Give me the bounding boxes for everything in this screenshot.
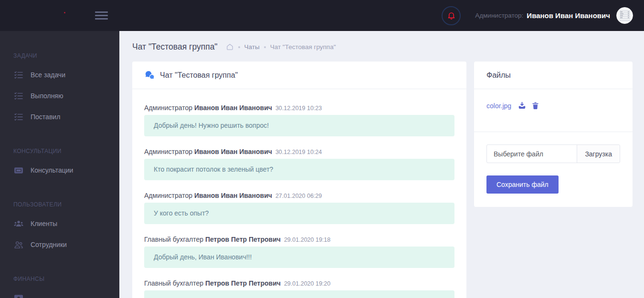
sidebar-item-label: Поставил: [31, 113, 60, 121]
chat-panel-header: Чат "Тестовая группа": [132, 62, 466, 89]
files-panel-header: Файлы: [474, 62, 633, 89]
message-author-name: Петров Петр Петрович: [205, 236, 281, 243]
people-outline-icon: [13, 240, 23, 249]
upload-section: Выберите файл Загрузка Сохранить файл: [474, 132, 633, 207]
chat-message: Главный бухгалтер Петров Петр Петрович29…: [144, 279, 454, 298]
sidebar-section-title: ЗАДАЧИ: [0, 47, 119, 64]
file-row: color.jpg: [486, 102, 620, 110]
message-author-role: Администратор: [144, 192, 194, 199]
page-title: Чат "Тестовая группа": [132, 42, 218, 52]
user-avatar[interactable]: [616, 7, 633, 24]
message-author-role: Главный бухгалтер: [144, 236, 205, 243]
message-author-name: Иванов Иван Иванович: [194, 148, 272, 155]
files-panel: Файлы color.jpg Выберите файл Загрузка С…: [474, 62, 633, 207]
message-author-name: Иванов Иван Иванович: [194, 192, 272, 199]
message-header: Администратор Иванов Иван Иванович30.12.…: [144, 148, 454, 155]
message-bubble: Добрый день! Нужно решить вопрос!: [144, 115, 454, 136]
message-author-name: Иванов Иван Иванович: [194, 104, 272, 112]
sidebar-item-finance[interactable]: [0, 288, 119, 298]
breadcrumb-link-chats[interactable]: Чаты: [244, 43, 260, 51]
sidebar-section: ПОЛЬЗОВАТЕЛИКлиентыСотрудники: [0, 196, 119, 255]
logo-dot: [64, 12, 65, 13]
admin-name: Иванов Иван Иванович: [527, 11, 610, 20]
topbar: Администратор: Иванов Иван Иванович: [0, 0, 644, 31]
message-author-role: Главный бухгалтер: [144, 279, 205, 287]
sidebar-item-label: Сотрудники: [31, 241, 67, 248]
file-link[interactable]: color.jpg: [486, 102, 511, 110]
message-timestamp: 30.12.2019 10:23: [275, 105, 322, 112]
chat-title: Чат "Тестовая группа": [160, 71, 238, 80]
message-author-role: Администратор: [144, 104, 194, 112]
breadcrumb-separator: [238, 46, 240, 48]
message-timestamp: 30.12.2019 10:24: [275, 149, 322, 155]
message-timestamp: 29.01.2020 19:20: [284, 280, 330, 287]
sidebar-toggle-button[interactable]: [95, 10, 108, 21]
breadcrumb-separator: [264, 46, 266, 48]
sidebar-item-label: Выполняю: [31, 92, 63, 100]
file-input[interactable]: Выберите файл Загрузка: [486, 144, 620, 163]
sidebar-section-title: КОНСУЛЬТАЦИИ: [0, 143, 119, 160]
chat-message: Администратор Иванов Иван Иванович30.12.…: [144, 148, 454, 180]
message-author-name: Петров Петр Петрович: [205, 279, 281, 287]
files-list: color.jpg: [474, 89, 633, 132]
message-bubble: Кто покрасит потолок в зеленый цвет?: [144, 159, 454, 180]
money-icon: [13, 293, 23, 298]
task-list-icon: [13, 70, 23, 80]
users-group-icon: [13, 219, 23, 228]
content-area: Чат "Тестовая группа" Чаты Чат "Тестовая…: [119, 31, 644, 298]
chat-bubbles-icon: [145, 71, 155, 80]
breadcrumb-current: Чат "Тестовая группа": [270, 43, 336, 51]
admin-role-label: Администратор:: [475, 12, 523, 19]
message-header: Главный бухгалтер Петров Петр Петрович29…: [144, 236, 454, 243]
files-title: Файлы: [486, 71, 511, 80]
sidebar-item-label: Клиенты: [31, 220, 57, 227]
message-bubble: У кого есть опыт?: [144, 203, 454, 224]
download-file-button[interactable]: [518, 102, 526, 110]
sidebar-section: КОНСУЛЬТАЦИИКонсультации: [0, 143, 119, 181]
browse-button[interactable]: Загрузка: [577, 145, 620, 163]
sidebar-item-label: Все задачи: [31, 71, 65, 79]
chat-message: Администратор Иванов Иван Иванович27.01.…: [144, 192, 454, 224]
bell-icon: [447, 11, 456, 20]
home-icon[interactable]: [226, 43, 234, 51]
message-header: Главный бухгалтер Петров Петр Петрович29…: [144, 279, 454, 287]
topbar-right: Администратор: Иванов Иван Иванович: [442, 6, 644, 25]
message-bubble: [144, 290, 454, 298]
task-list-icon: [13, 112, 23, 122]
sidebar-item-clients[interactable]: Клиенты: [0, 213, 119, 234]
message-timestamp: 29.01.2020 19:18: [284, 236, 330, 243]
sidebar-item-all-tasks[interactable]: Все задачи: [0, 64, 119, 85]
sidebar-item-performing[interactable]: Выполняю: [0, 85, 119, 106]
sidebar-section-title: ФИНАНСЫ: [0, 270, 119, 288]
ticket-icon: [13, 165, 23, 175]
sidebar-item-label: Консультации: [31, 166, 73, 174]
message-bubble: Добрый день, Иван Иванович!!!: [144, 247, 454, 268]
task-list-icon: [13, 91, 23, 101]
message-timestamp: 27.01.2020 06:29: [275, 193, 322, 199]
sidebar-section-title: ПОЛЬЗОВАТЕЛИ: [0, 196, 119, 213]
message-author-role: Администратор: [144, 148, 194, 155]
breadcrumb: Чат "Тестовая группа" Чаты Чат "Тестовая…: [132, 31, 633, 62]
chat-messages: Администратор Иванов Иван Иванович30.12.…: [132, 89, 466, 298]
notifications-button[interactable]: [442, 6, 461, 25]
message-header: Администратор Иванов Иван Иванович30.12.…: [144, 104, 454, 112]
sidebar: ЗАДАЧИВсе задачиВыполняюПоставилКОНСУЛЬТ…: [0, 31, 119, 298]
file-input-placeholder: Выберите файл: [487, 145, 577, 163]
sidebar-item-employees[interactable]: Сотрудники: [0, 234, 119, 255]
delete-file-button[interactable]: [531, 102, 539, 110]
sidebar-nav: ЗАДАЧИВсе задачиВыполняюПоставилКОНСУЛЬТ…: [0, 47, 119, 298]
chat-message: Администратор Иванов Иван Иванович30.12.…: [144, 104, 454, 136]
message-header: Администратор Иванов Иван Иванович27.01.…: [144, 192, 454, 199]
sidebar-section: ФИНАНСЫ: [0, 270, 119, 298]
sidebar-section: ЗАДАЧИВсе задачиВыполняюПоставил: [0, 47, 119, 127]
chat-message: Главный бухгалтер Петров Петр Петрович29…: [144, 236, 454, 268]
sidebar-item-consultations[interactable]: Консультации: [0, 160, 119, 181]
chat-panel: Чат "Тестовая группа" Администратор Иван…: [132, 62, 466, 298]
sidebar-item-assigned[interactable]: Поставил: [0, 106, 119, 127]
save-file-button[interactable]: Сохранить файл: [486, 175, 559, 194]
